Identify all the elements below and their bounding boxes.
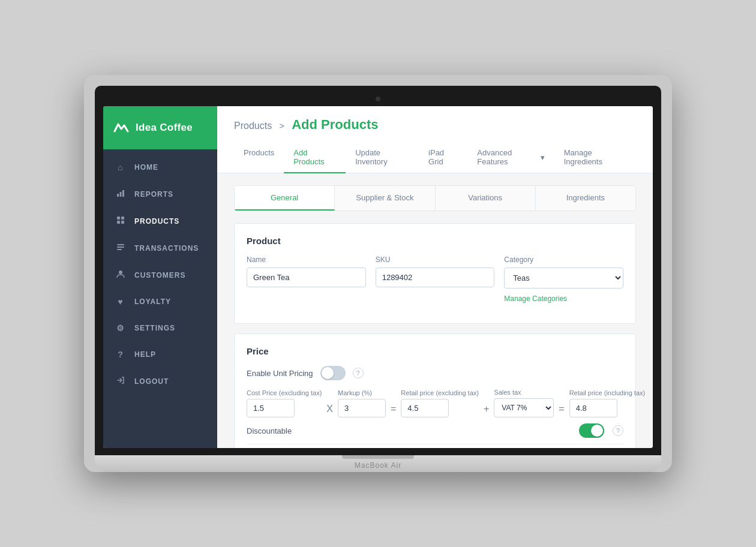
tab-general[interactable]: General: [235, 186, 335, 211]
category-label: Category: [504, 256, 623, 264]
discountable-toggle[interactable]: [579, 423, 604, 438]
breadcrumb-separator: >: [280, 121, 284, 131]
breadcrumb-current: Add Products: [292, 117, 378, 132]
app-container: Idea Coffee ⌂ HOME: [103, 106, 653, 448]
sku-group: SKU: [376, 256, 495, 287]
svg-rect-9: [117, 249, 122, 250]
enable-unit-pricing-label: Enable Unit Pricing: [247, 369, 313, 378]
settings-icon: ⚙: [115, 323, 126, 333]
discountable-knob: [591, 425, 603, 437]
retail-excl-group: Retail price (excluding tax): [401, 389, 479, 417]
retail-excl-input[interactable]: [401, 399, 449, 417]
reports-icon: [115, 189, 126, 199]
enable-unit-pricing-toggle[interactable]: [320, 366, 346, 380]
operator-plus: +: [484, 392, 489, 414]
laptop-outer: Idea Coffee ⌂ HOME: [84, 75, 672, 472]
cost-price-label: Cost Price (excluding tax): [247, 389, 322, 396]
page-header: Products > Add Products Products Add Pro…: [217, 106, 653, 173]
operator-equals2: =: [559, 392, 564, 414]
discountable-label: Discountable: [247, 426, 571, 435]
brand-icon: [113, 119, 130, 136]
sidebar-item-settings[interactable]: ⚙ SETTINGS: [103, 315, 217, 341]
sales-tax-group: Sales tax VAT 7% VAT 10% No Tax: [494, 389, 554, 417]
name-input[interactable]: [247, 268, 366, 287]
products-icon: [115, 216, 126, 226]
laptop-model: MacBook Air: [355, 461, 401, 470]
sidebar-item-customers[interactable]: CUSTOMERS: [103, 262, 217, 288]
sidebar-label-settings: SETTINGS: [134, 324, 175, 332]
sidebar-item-help[interactable]: ? HELP: [103, 341, 217, 368]
top-nav-advanced-features[interactable]: Advanced Features ▾: [467, 142, 554, 173]
sales-tax-label: Sales tax: [494, 389, 554, 396]
tab-ingredients[interactable]: Ingredients: [536, 186, 635, 211]
price-section-title: Price: [247, 346, 623, 356]
category-select[interactable]: Teas Coffee Snacks: [504, 268, 623, 288]
svg-rect-7: [117, 244, 124, 245]
top-nav-ipad-grid[interactable]: iPad Grid: [419, 142, 467, 173]
sidebar-label-customers: CUSTOMERS: [134, 271, 185, 279]
sidebar-item-products[interactable]: PRODUCTS: [103, 208, 217, 235]
transactions-icon: [115, 243, 126, 253]
cost-price-input[interactable]: [247, 399, 295, 417]
tab-supplier-stock[interactable]: Supplier & Stock: [335, 186, 435, 211]
svg-rect-2: [122, 190, 124, 197]
form-tabs: General Supplier & Stock Variations Ingr…: [234, 185, 636, 211]
operator-x: X: [326, 392, 333, 414]
dropdown-chevron-icon: ▾: [541, 153, 545, 162]
sidebar-label-loyalty: LOYALTY: [134, 297, 171, 306]
price-row: Cost Price (excluding tax) X Markup (%) …: [247, 389, 623, 417]
sku-input[interactable]: [376, 268, 495, 287]
laptop-base: MacBook Air: [95, 455, 661, 472]
sidebar-item-loyalty[interactable]: ♥ LOYALTY: [103, 288, 217, 315]
breadcrumb-parent: Products: [234, 121, 272, 131]
sidebar-item-transactions[interactable]: TRANSACTIONS: [103, 235, 217, 262]
svg-rect-8: [117, 247, 124, 248]
discountable-help-icon[interactable]: ?: [613, 425, 623, 436]
main-content: Products > Add Products Products Add Pro…: [217, 106, 653, 448]
enable-unit-pricing-row: Enable Unit Pricing ?: [247, 366, 623, 380]
kitchen-row: Send to Kitchen Printer ?: [247, 444, 623, 448]
svg-rect-0: [117, 194, 119, 197]
sidebar-label-help: HELP: [134, 350, 156, 359]
retail-incl-input[interactable]: [569, 399, 617, 417]
camera: [376, 97, 380, 101]
sidebar-item-logout[interactable]: LOGOUT: [103, 368, 217, 395]
loyalty-icon: ♥: [115, 297, 126, 306]
sales-tax-select[interactable]: VAT 7% VAT 10% No Tax: [494, 398, 554, 417]
sidebar-label-products: PRODUCTS: [134, 217, 179, 226]
sidebar-item-reports[interactable]: REPORTS: [103, 181, 217, 208]
tab-variations[interactable]: Variations: [436, 186, 536, 211]
screen: Idea Coffee ⌂ HOME: [103, 106, 653, 448]
product-section-title: Product: [247, 236, 623, 246]
sidebar-label-home: HOME: [134, 163, 158, 172]
markup-input[interactable]: [338, 399, 386, 417]
sidebar: Idea Coffee ⌂ HOME: [103, 106, 217, 448]
top-nav-add-products[interactable]: Add Products: [284, 142, 346, 173]
enable-unit-pricing-help-icon[interactable]: ?: [353, 368, 364, 378]
sidebar-label-reports: REPORTS: [134, 190, 173, 199]
sidebar-nav: ⌂ HOME REPORTS: [103, 149, 217, 448]
brand-name: Idea Coffee: [136, 122, 193, 134]
content-area: General Supplier & Stock Variations Ingr…: [217, 173, 653, 448]
svg-rect-1: [120, 192, 122, 197]
sku-label: SKU: [376, 256, 495, 264]
manage-categories-link[interactable]: Manage Categories: [504, 294, 623, 303]
top-nav-manage-ingredients[interactable]: Manage Ingredients: [554, 142, 636, 173]
cost-price-group: Cost Price (excluding tax): [247, 389, 322, 417]
operator-equals1: =: [391, 392, 396, 414]
discountable-row: Discountable ?: [247, 417, 623, 444]
help-icon: ?: [115, 350, 126, 359]
sidebar-label-logout: LOGOUT: [134, 377, 169, 386]
product-section: Product Name SKU: [234, 223, 636, 324]
sidebar-label-transactions: TRANSACTIONS: [134, 244, 199, 253]
svg-point-10: [119, 271, 122, 274]
sidebar-brand[interactable]: Idea Coffee: [103, 106, 217, 149]
home-icon: ⌂: [115, 163, 126, 172]
retail-incl-group: Retail price (including tax): [569, 389, 646, 417]
top-nav-update-inventory[interactable]: Update Inventory: [346, 142, 419, 173]
price-section: Price Enable Unit Pricing ? Cost: [234, 333, 636, 448]
sidebar-item-home[interactable]: ⌂ HOME: [103, 154, 217, 181]
svg-rect-4: [121, 217, 124, 220]
top-nav-products[interactable]: Products: [234, 142, 284, 173]
customers-icon: [115, 270, 126, 280]
